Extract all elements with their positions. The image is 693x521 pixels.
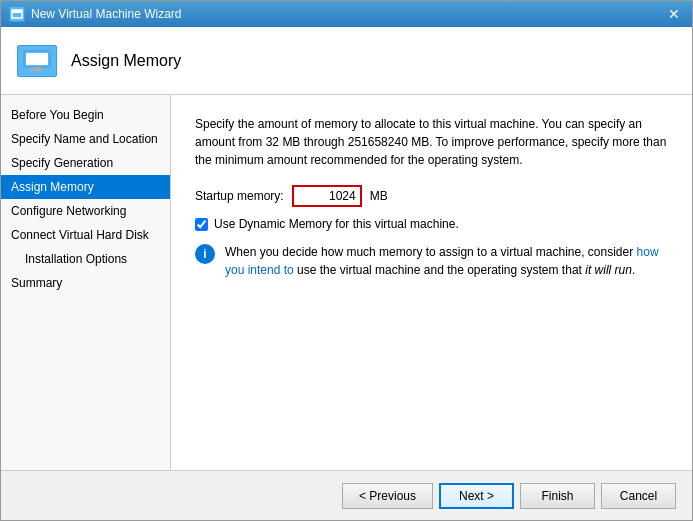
- sidebar-item-configure-networking[interactable]: Configure Networking: [1, 199, 170, 223]
- startup-memory-input[interactable]: [292, 185, 362, 207]
- content-area: Before You Begin Specify Name and Locati…: [1, 95, 692, 470]
- window-title: New Virtual Machine Wizard: [31, 7, 182, 21]
- next-button[interactable]: Next >: [439, 483, 514, 509]
- svg-rect-5: [30, 69, 44, 71]
- main-content: Specify the amount of memory to allocate…: [171, 95, 692, 470]
- sidebar-item-assign-memory[interactable]: Assign Memory: [1, 175, 170, 199]
- dynamic-memory-label: Use Dynamic Memory for this virtual mach…: [214, 217, 459, 231]
- svg-rect-3: [26, 53, 48, 65]
- info-box: i When you decide how much memory to ass…: [195, 243, 668, 279]
- info-text: When you decide how much memory to assig…: [225, 243, 668, 279]
- title-bar-left: New Virtual Machine Wizard: [9, 6, 182, 22]
- startup-memory-row: Startup memory: MB: [195, 185, 668, 207]
- sidebar-item-summary[interactable]: Summary: [1, 271, 170, 295]
- svg-rect-1: [12, 10, 22, 13]
- wizard-window: New Virtual Machine Wizard ✕ Assign Memo…: [0, 0, 693, 521]
- sidebar-item-specify-name[interactable]: Specify Name and Location: [1, 127, 170, 151]
- sidebar-item-specify-generation[interactable]: Specify Generation: [1, 151, 170, 175]
- sidebar: Before You Begin Specify Name and Locati…: [1, 95, 171, 470]
- footer: < Previous Next > Finish Cancel: [1, 470, 692, 520]
- dynamic-memory-checkbox[interactable]: [195, 218, 208, 231]
- description-text: Specify the amount of memory to allocate…: [195, 115, 668, 169]
- startup-memory-unit: MB: [370, 189, 388, 203]
- startup-memory-label: Startup memory:: [195, 189, 284, 203]
- sidebar-item-connect-vhd[interactable]: Connect Virtual Hard Disk: [1, 223, 170, 247]
- sidebar-item-before-you-begin[interactable]: Before You Begin: [1, 103, 170, 127]
- previous-button[interactable]: < Previous: [342, 483, 433, 509]
- finish-button[interactable]: Finish: [520, 483, 595, 509]
- page-title: Assign Memory: [71, 52, 181, 70]
- header-icon: [17, 45, 57, 77]
- header-bar: Assign Memory: [1, 27, 692, 95]
- dynamic-memory-row: Use Dynamic Memory for this virtual mach…: [195, 217, 668, 231]
- cancel-button[interactable]: Cancel: [601, 483, 676, 509]
- sidebar-item-installation-options[interactable]: Installation Options: [1, 247, 170, 271]
- title-bar: New Virtual Machine Wizard ✕: [1, 1, 692, 27]
- window-icon: [9, 6, 25, 22]
- close-button[interactable]: ✕: [664, 7, 684, 21]
- info-icon: i: [195, 244, 215, 264]
